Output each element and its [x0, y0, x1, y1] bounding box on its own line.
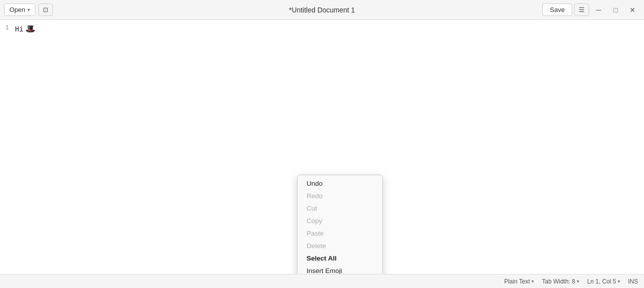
open-chevron-icon: ▾: [27, 7, 30, 12]
context-menu-item-select-all[interactable]: Select All: [298, 252, 382, 265]
titlebar: Open ▾ ⊡ *Untitled Document 1 Save ☰ ─ □…: [0, 0, 644, 20]
context-menu-item-paste: Paste: [298, 227, 382, 240]
close-icon: ✕: [630, 6, 636, 14]
line-number-1: 1: [0, 24, 15, 31]
hamburger-icon: ☰: [579, 6, 585, 13]
context-menu-item-undo[interactable]: Undo: [298, 177, 382, 190]
plain-text-chevron-icon: ▾: [531, 279, 534, 284]
menu-item-label: Paste: [307, 230, 324, 237]
menu-item-label: Copy: [307, 217, 322, 225]
tab-width-chevron-icon: ▾: [577, 279, 579, 284]
plain-text-selector[interactable]: Plain Text ▾: [504, 278, 534, 285]
cursor-label: Ln 1, Col 5: [587, 278, 616, 285]
context-menu-item-delete: Delete: [298, 240, 382, 252]
menu-item-label: Redo: [307, 192, 322, 200]
context-menu: UndoRedoCutCopyPasteDeleteSelect AllInse…: [297, 175, 383, 274]
context-menu-item-insert-emoji[interactable]: Insert Emoji: [298, 265, 382, 274]
context-menu-item-copy: Copy: [298, 215, 382, 227]
minimize-icon: ─: [596, 6, 601, 14]
titlebar-left: Open ▾ ⊡: [4, 3, 53, 16]
titlebar-right: Save ☰ ─ □ ✕: [542, 3, 640, 17]
context-menu-item-redo: Redo: [298, 190, 382, 202]
line-text: Hi: [15, 25, 23, 33]
open-label: Open: [9, 6, 25, 13]
editor-area[interactable]: 1 Hi🎩 UndoRedoCutCopyPasteDeleteSelect A…: [0, 20, 644, 274]
tab-width-selector[interactable]: Tab Width: 8 ▾: [542, 278, 579, 285]
statusbar: Plain Text ▾ Tab Width: 8 ▾ Ln 1, Col 5 …: [0, 274, 644, 288]
menu-item-label: Select All: [307, 255, 336, 262]
minimize-button[interactable]: ─: [591, 3, 606, 17]
menu-item-label: Cut: [307, 205, 317, 212]
maximize-button[interactable]: □: [608, 3, 623, 17]
context-menu-item-cut: Cut: [298, 202, 382, 215]
pin-icon: ⊡: [43, 6, 48, 13]
line-content-1: Hi🎩: [15, 24, 35, 34]
menu-item-label: Undo: [307, 180, 322, 187]
menu-item-label: Insert Emoji: [307, 267, 342, 274]
document-title: *Untitled Document 1: [289, 6, 355, 14]
pin-button[interactable]: ⊡: [38, 3, 53, 16]
open-button[interactable]: Open ▾: [4, 3, 35, 16]
editor-line-1: 1 Hi🎩: [0, 20, 644, 36]
cursor-chevron-icon: ▾: [618, 279, 620, 284]
emoji-hat: 🎩: [25, 25, 35, 34]
menu-button[interactable]: ☰: [574, 3, 589, 16]
menu-item-label: Delete: [307, 242, 326, 250]
maximize-icon: □: [614, 6, 618, 14]
ins-label: INS: [628, 278, 638, 285]
ins-mode[interactable]: INS: [628, 278, 638, 285]
tab-width-label: Tab Width: 8: [542, 278, 575, 285]
plain-text-label: Plain Text: [504, 278, 530, 285]
cursor-position[interactable]: Ln 1, Col 5 ▾: [587, 278, 620, 285]
save-button[interactable]: Save: [542, 3, 572, 16]
close-button[interactable]: ✕: [625, 3, 640, 17]
